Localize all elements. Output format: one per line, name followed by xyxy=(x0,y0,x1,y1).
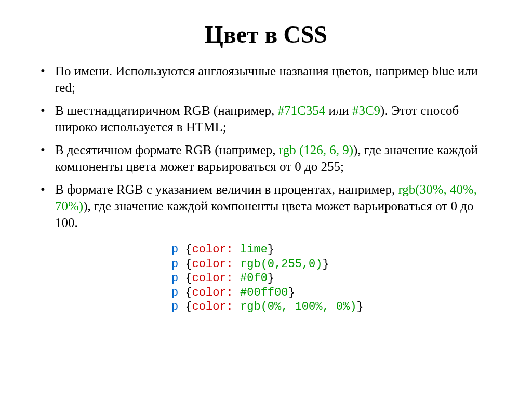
code-space xyxy=(233,258,240,271)
bullet-text: В формате RGB с указанием величин в проц… xyxy=(55,182,398,196)
code-space xyxy=(233,272,240,285)
slide-title: Цвет в CSS xyxy=(36,21,496,48)
code-selector: p xyxy=(171,243,178,256)
code-selector: p xyxy=(171,300,178,313)
code-value: rgb(0,255,0) xyxy=(240,258,322,271)
code-brace: } xyxy=(288,286,295,299)
code-line: p {color: rgb(0,255,0)} xyxy=(171,257,496,272)
bullet-text: ), где значение каждой компоненты цвета … xyxy=(55,199,473,230)
list-item: В шестнадцатиричном RGB (например, #71С3… xyxy=(36,102,496,136)
code-line: p {color: #00ff00} xyxy=(171,286,496,300)
code-value: #00ff00 xyxy=(240,286,288,299)
code-value: rgb(0%, 100%, 0%) xyxy=(240,300,356,313)
code-brace: } xyxy=(356,300,363,313)
code-brace: } xyxy=(268,243,274,256)
code-example: p {color: lime} p {color: rgb(0,255,0)} … xyxy=(171,243,496,314)
code-brace: { xyxy=(178,300,192,313)
list-item: В формате RGB с указанием величин в проц… xyxy=(36,181,496,231)
bullet-text: По имени. Используются англоязычные назв… xyxy=(55,64,478,95)
hex-example-2: #3С9 xyxy=(352,103,380,117)
code-line: p {color: rgb(0%, 100%, 0%)} xyxy=(171,300,496,314)
list-item: По имени. Используются англоязычные назв… xyxy=(36,63,496,96)
code-value: lime xyxy=(240,243,268,256)
bullet-text: В десятичном формате RGB (например, xyxy=(55,143,279,157)
code-property: color: xyxy=(192,243,233,256)
code-brace: } xyxy=(268,272,274,285)
code-property: color: xyxy=(192,286,233,299)
code-brace: { xyxy=(178,286,192,299)
code-brace: { xyxy=(178,272,192,285)
bullet-text: или xyxy=(325,103,352,117)
code-brace: { xyxy=(178,243,192,256)
list-item: В десятичном формате RGB (например, rgb … xyxy=(36,142,496,175)
rgb-example: rgb (126, 6, 9) xyxy=(279,143,353,157)
code-line: p {color: lime} xyxy=(171,243,496,257)
code-space xyxy=(233,300,240,313)
code-selector: p xyxy=(171,272,178,285)
code-space xyxy=(233,243,240,256)
code-selector: p xyxy=(171,258,178,271)
code-property: color: xyxy=(192,258,233,271)
code-line: p {color: #0f0} xyxy=(171,271,496,286)
code-value: #0f0 xyxy=(240,272,268,285)
code-brace: } xyxy=(322,258,329,271)
code-property: color: xyxy=(192,272,233,285)
bullet-list: По имени. Используются англоязычные назв… xyxy=(36,63,496,231)
code-space xyxy=(233,286,240,299)
code-property: color: xyxy=(192,300,233,313)
code-brace: { xyxy=(178,258,192,271)
hex-example-1: #71С354 xyxy=(277,103,325,117)
bullet-text: В шестнадцатиричном RGB (например, xyxy=(55,103,277,117)
code-selector: p xyxy=(171,286,178,299)
